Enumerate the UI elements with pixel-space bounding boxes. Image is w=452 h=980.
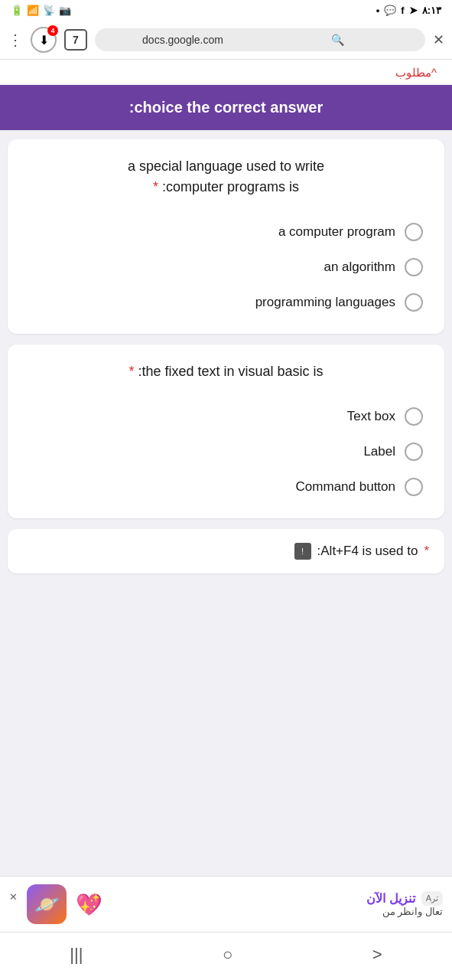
ad-close-button[interactable]: ✕ bbox=[9, 891, 18, 903]
facebook-icon: f bbox=[401, 5, 404, 16]
required-star-2: * bbox=[128, 364, 134, 379]
option-label-2-1: Text box bbox=[347, 409, 395, 424]
option-label-1-2: an algorithm bbox=[324, 260, 395, 275]
question-2-label: :the fixed text in visual basic is bbox=[138, 364, 323, 379]
radio-2-3[interactable] bbox=[405, 478, 423, 496]
required-star-1: * bbox=[153, 179, 158, 194]
flag-icon: ! bbox=[294, 543, 311, 560]
browser-bar: ⋮ ⬇ 4 7 docs.google.com 🔍 ✕ bbox=[0, 21, 452, 60]
question-card-1: a special language used to write * :comp… bbox=[8, 139, 444, 334]
browser-notification-badge: 4 bbox=[47, 25, 58, 36]
browser-tab-count[interactable]: 7 bbox=[64, 29, 87, 51]
option-label-1-1: a computer program bbox=[278, 224, 395, 240]
question-card-2: * :the fixed text in visual basic is Tex… bbox=[8, 345, 444, 518]
radio-1-3[interactable] bbox=[405, 293, 423, 312]
option-row-2-3[interactable]: Command button bbox=[23, 469, 429, 505]
scroll-area: مطلوب^ :choice the correct answer a spec… bbox=[0, 60, 452, 876]
translate-text: Aتر bbox=[426, 893, 438, 903]
telegram-icon: ➤ bbox=[409, 5, 418, 16]
option-label-2-2: Label bbox=[363, 444, 395, 459]
section-header: :choice the correct answer bbox=[0, 85, 452, 130]
browser-download-icon[interactable]: ⬇ 4 bbox=[31, 27, 57, 53]
ad-banner: ✕ 🪐 💖 تنزيل الآن Aتر تعال وانظر من bbox=[0, 876, 452, 932]
wifi-icon: 📡 bbox=[43, 5, 55, 16]
dot-indicator: • bbox=[376, 5, 380, 16]
question-2-text: * :the fixed text in visual basic is bbox=[23, 361, 429, 382]
option-row-1-1[interactable]: a computer program bbox=[23, 214, 429, 250]
question-1-line2-text: :computer programs is bbox=[162, 179, 299, 194]
ad-heart-emoji: 💖 bbox=[76, 892, 102, 917]
question-1-text: a special language used to write * :comp… bbox=[23, 156, 429, 198]
question-3-text: ! :Alt+F4 is used to * bbox=[23, 543, 429, 560]
nav-bar: ||| ○ > bbox=[0, 932, 452, 980]
signal-icon: 📶 bbox=[27, 5, 39, 16]
option-row-1-3[interactable]: programming languages bbox=[23, 285, 429, 320]
ad-text-block: تنزيل الآن Aتر تعال وانظر من bbox=[112, 891, 443, 917]
status-right-icons: • 💬 f ➤ ۸:۱۳ bbox=[376, 5, 441, 16]
option-row-2-2[interactable]: Label bbox=[23, 434, 429, 469]
radio-2-2[interactable] bbox=[405, 443, 423, 461]
nav-back-button[interactable]: > bbox=[357, 942, 398, 968]
ad-app-icon: 🪐 bbox=[27, 884, 67, 924]
required-star-3: * bbox=[424, 544, 429, 559]
status-bar: 🔋 📶 📡 📷 • 💬 f ➤ ۸:۱۳ bbox=[0, 0, 452, 21]
ad-subtitle: تعال وانظر من bbox=[112, 906, 443, 917]
option-label-2-3: Command button bbox=[296, 479, 395, 495]
nav-menu-button[interactable]: ||| bbox=[54, 942, 98, 968]
status-left-icons: 🔋 📶 📡 📷 bbox=[11, 5, 71, 16]
nav-home-button[interactable]: ○ bbox=[207, 942, 248, 968]
question-1-line1: a special language used to write bbox=[128, 158, 324, 174]
translate-badge: Aتر bbox=[421, 891, 443, 906]
whatsapp-icon: 💬 bbox=[384, 5, 396, 16]
option-row-2-1[interactable]: Text box bbox=[23, 399, 429, 434]
time-display: ۸:۱۳ bbox=[422, 5, 441, 16]
radio-1-1[interactable] bbox=[405, 223, 423, 241]
ad-title: تنزيل الآن bbox=[366, 891, 415, 906]
question-1-line2: * :computer programs is bbox=[153, 179, 299, 194]
browser-url-bar[interactable]: docs.google.com 🔍 bbox=[95, 28, 425, 51]
browser-close-button[interactable]: ✕ bbox=[433, 31, 444, 48]
browser-menu-icon[interactable]: ⋮ bbox=[8, 31, 23, 49]
search-icon: 🔍 bbox=[260, 34, 415, 46]
battery-icon: 🔋 bbox=[11, 5, 23, 16]
option-row-1-2[interactable]: an algorithm bbox=[23, 250, 429, 285]
question-card-3-partial: ! :Alt+F4 is used to * bbox=[8, 529, 444, 573]
ad-planet-emoji: 🪐 bbox=[34, 893, 59, 916]
option-label-1-3: programming languages bbox=[255, 295, 395, 310]
camera-icon: 📷 bbox=[59, 5, 71, 16]
question-3-label: :Alt+F4 is used to bbox=[317, 544, 418, 559]
url-text: docs.google.com bbox=[106, 34, 260, 46]
radio-1-2[interactable] bbox=[405, 258, 423, 276]
download-symbol: ⬇ bbox=[39, 33, 49, 47]
required-label: مطلوب^ bbox=[0, 60, 452, 85]
radio-2-1[interactable] bbox=[405, 407, 423, 426]
